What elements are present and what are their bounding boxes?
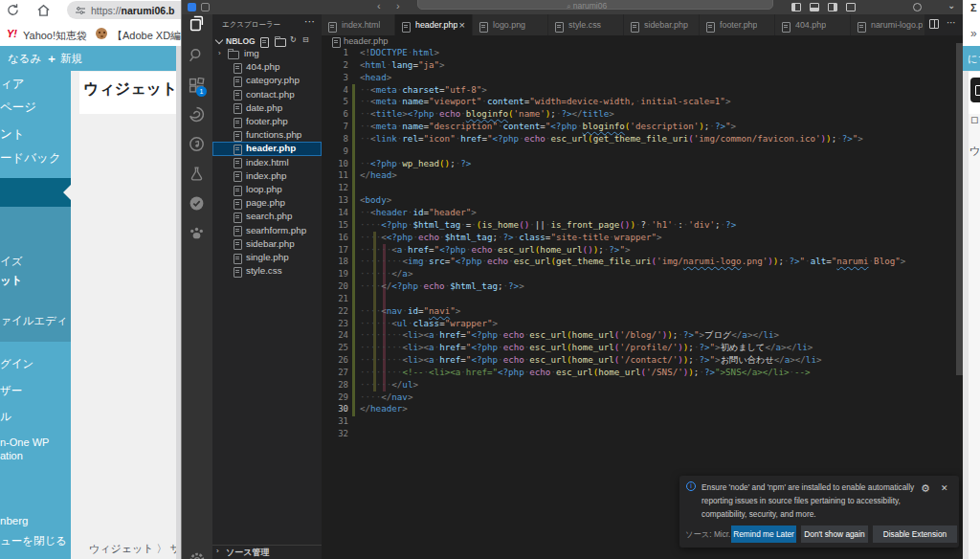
search-icon[interactable] [189, 47, 206, 64]
code-line-3: 3<head> [322, 72, 963, 84]
preview-icon[interactable] [189, 136, 206, 153]
explorer-file-page.php[interactable]: page.php [212, 196, 322, 210]
wp-sidebar-item[interactable]: イズ [0, 255, 23, 269]
explorer-file-single.php[interactable]: single.php [212, 251, 322, 264]
explorer-file-sidebar.php[interactable]: sidebar.php [212, 237, 322, 251]
wp-sidebar-item[interactable]: n-One WP [0, 436, 49, 448]
file-icon [234, 186, 242, 196]
layout-secondary-sidebar-icon[interactable] [828, 3, 837, 11]
wp-sidebar-item[interactable]: nberg [0, 515, 28, 526]
files-icon[interactable] [189, 15, 206, 33]
block-inserter-button[interactable] [970, 78, 980, 102]
browser-extension-icon[interactable]: Σ [970, 2, 977, 13]
explorer-file-searhform.php[interactable]: searhform.php [212, 224, 322, 237]
wp-current-menu-item[interactable] [0, 178, 71, 207]
code-line-31: 31 [322, 415, 963, 428]
explorer-file-404.php[interactable]: 404.php [212, 60, 322, 74]
tab-logo.png[interactable]: logo.png [473, 14, 548, 35]
admin-bar-site-name[interactable]: なるみ [8, 52, 41, 66]
explorer-file-index.php[interactable]: index.php [212, 169, 322, 183]
edge-icon[interactable] [189, 106, 206, 123]
notification-gear-icon[interactable]: ⚙ [921, 482, 930, 495]
code-line-22: 22····<nav·id="navi"> [322, 305, 963, 318]
wp-sidebar-item[interactable]: ation [0, 450, 23, 461]
explorer-file-footer.php[interactable]: footer.php [212, 115, 322, 128]
button-disable-extension[interactable]: Disable Extension [873, 525, 957, 543]
tab-404.php[interactable]: 404.php [775, 14, 851, 35]
code-line-19: 19······</a> [322, 268, 963, 280]
explorer-file-search.php[interactable]: search.php [212, 210, 322, 223]
admin-bar-greeting-fragment[interactable]: にち [968, 53, 980, 66]
tab-more-icon[interactable]: ⋯ [947, 17, 956, 28]
settings-gear-icon[interactable] [189, 551, 206, 559]
tab-style.css[interactable]: style.css [548, 14, 624, 35]
nav-back-icon[interactable]: ‹ [377, 0, 381, 11]
bookmark-adobe-xd[interactable]: 【Adobe XD編】デザイ.. [112, 29, 181, 43]
explorer-file-header.php[interactable]: header.php [212, 142, 322, 155]
titlebar-extra-icon[interactable] [913, 3, 922, 11]
wp-sidebar-item[interactable]: ィア [0, 77, 25, 93]
button-remind-me-later[interactable]: Remind me Later [731, 525, 796, 543]
vscode-titlebar: ‹ › ⌕ narumi06 ⌄ [182, 0, 963, 14]
collapse-folders-icon[interactable]: ⊟ [302, 35, 309, 44]
notification-close-icon[interactable]: ✕ [941, 483, 948, 493]
new-file-icon[interactable] [260, 37, 269, 48]
paw-icon[interactable] [189, 225, 206, 242]
layout-panel-icon[interactable] [810, 3, 819, 11]
tab-footer.php[interactable]: footer.php [700, 14, 775, 35]
wp-sidebar-item[interactable]: ページ [0, 100, 36, 116]
code-line-12: 12 [322, 182, 963, 194]
wp-sidebar-item[interactable]: ント [0, 126, 25, 143]
explorer-file-functions.php[interactable]: functions.php [212, 128, 322, 142]
browser-scrollbar[interactable] [963, 71, 969, 559]
url-bar[interactable]: https://narumi06.b [67, 1, 191, 19]
explorer-file-date.php[interactable]: date.php [212, 101, 322, 115]
wp-sidebar-item[interactable]: ードバック [0, 150, 61, 167]
source-control-section[interactable]: › ソース管理 [212, 546, 322, 559]
explorer-file-category.php[interactable]: category.php [212, 74, 322, 87]
wp-current-menu-arrow [63, 185, 71, 200]
explorer-file-style.css[interactable]: style.css [212, 264, 322, 278]
button-don-t-show-again[interactable]: Don't show again [801, 525, 868, 543]
explorer-file-index.html[interactable]: index.html [212, 156, 322, 169]
layout-customize-icon[interactable] [846, 3, 856, 11]
file-icon [782, 22, 791, 33]
reload-icon[interactable] [6, 3, 20, 17]
bookmark-yahoo[interactable]: Yahoo!知恵袋 [23, 29, 87, 43]
titlebar-more-icon[interactable]: ⌄ [947, 0, 955, 11]
explorer-file-loop.php[interactable]: loop.php [212, 183, 322, 196]
new-folder-icon[interactable] [275, 38, 286, 47]
extensions-badge: 1 [196, 86, 207, 97]
wp-sidebar-item[interactable]: ァイルエディ [0, 314, 68, 328]
editor-scrollbar[interactable] [956, 43, 963, 375]
explorer-more-icon[interactable]: ⋯ [304, 15, 315, 28]
close-tab-icon[interactable]: × [459, 19, 465, 31]
nav-forward-icon[interactable]: › [396, 0, 400, 11]
wp-sidebar-item[interactable]: グイン [0, 357, 33, 371]
command-center-search[interactable]: ⌕ narumi06 [417, 0, 773, 10]
code-line-7: 7··<meta·name="description"·content="<?p… [322, 121, 963, 133]
tab-index.html[interactable]: index.html [322, 14, 395, 35]
flask-icon[interactable] [189, 166, 206, 183]
bookmarks-overflow-chevron[interactable]: » [970, 27, 977, 40]
file-icon [234, 212, 242, 223]
refresh-icon[interactable]: ↻ [290, 35, 297, 44]
explorer-file-contact.php[interactable]: contact.php [212, 88, 322, 101]
admin-bar-new[interactable]: 新規 [60, 52, 82, 66]
explorer-title: エクスプローラー [222, 20, 280, 30]
home-icon[interactable] [36, 3, 51, 17]
tab-narumi-logo.pn[interactable]: narumi-logo.pn [851, 14, 925, 35]
explorer-file-img[interactable]: ›img [212, 47, 322, 60]
wp-sidebar-item[interactable]: ザー [0, 384, 22, 398]
site-info-icon[interactable] [76, 6, 85, 15]
layout-sidebar-icon[interactable] [791, 3, 801, 11]
tab-sidebar.php[interactable]: sidebar.php [624, 14, 700, 35]
code-line-18: 18········<img·src="<?php·echo·esc_url(g… [322, 256, 963, 268]
wp-sidebar-item[interactable]: ル [0, 410, 11, 424]
explorer-section-row[interactable]: NBLOG ↻ ⊟ [212, 34, 322, 48]
wp-sidebar-item[interactable]: ューを閉じる [0, 534, 67, 548]
check-icon[interactable] [189, 195, 206, 212]
split-editor-icon[interactable] [929, 19, 939, 29]
wp-sidebar-item[interactable]: ット [0, 274, 23, 288]
tab-header.php[interactable]: header.php× [395, 14, 473, 35]
